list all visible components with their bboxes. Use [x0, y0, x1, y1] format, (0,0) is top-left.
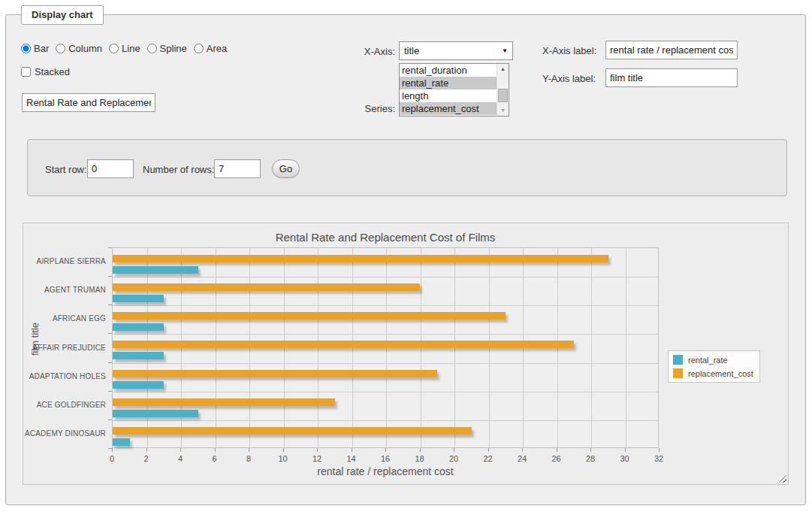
x-tick-mark [317, 448, 318, 452]
x-tick-label: 12 [302, 454, 332, 463]
chart-title: Rental Rate and Replacement Cost of Film… [112, 231, 659, 244]
category-label: ADAPTATION HOLES [23, 372, 106, 380]
scroll-down-icon[interactable]: ▼ [497, 105, 509, 116]
bar-replacement_cost [113, 341, 574, 348]
category-label: AIRPLANE SIERRA [23, 257, 106, 265]
chart-type-radio-spline[interactable]: Spline [147, 43, 187, 54]
x-tick-label: 24 [507, 454, 537, 463]
series-listbox-scrollbar[interactable]: ▲ ▼ [497, 64, 509, 116]
radio-label: Column [68, 43, 102, 54]
chart-legend: rental_ratereplacement_cost [668, 350, 760, 383]
bar-replacement_cost [113, 398, 335, 406]
x-axis-label-caption: X-Axis label: [542, 45, 596, 56]
x-tick-label: 22 [473, 454, 503, 463]
series-option-rental_duration[interactable]: rental_duration [400, 64, 497, 77]
scroll-up-icon[interactable]: ▲ [497, 64, 509, 74]
bar-replacement_cost [113, 283, 420, 291]
stacked-label: Stacked [35, 66, 70, 77]
gridline-vertical [591, 248, 592, 447]
x-tick-mark [454, 448, 454, 452]
go-button[interactable]: Go [272, 159, 300, 178]
chart-type-radio-group: BarColumnLineSplineArea [21, 43, 227, 54]
bar-rental_rate [113, 438, 130, 446]
x-axis-select[interactable]: title ▼ [399, 41, 513, 60]
gridline-horizontal [113, 305, 658, 306]
y-tick-mark [108, 391, 112, 392]
radio-label: Bar [34, 43, 49, 54]
y-tick-mark [108, 362, 112, 363]
series-option-length[interactable]: length [400, 89, 497, 102]
radio-bar[interactable] [21, 44, 31, 53]
row-controls-panel [27, 139, 787, 196]
x-tick-label: 14 [337, 454, 367, 463]
chart-type-radio-line[interactable]: Line [109, 43, 140, 54]
bar-rental_rate [113, 266, 198, 274]
radio-line[interactable] [109, 44, 119, 53]
category-label: AFRICAN EGG [23, 314, 106, 323]
radio-label: Spline [160, 43, 187, 54]
x-tick-mark [180, 448, 181, 452]
num-rows-label: Number of rows: [143, 164, 214, 175]
category-label: AGENT TRUMAN [23, 286, 106, 294]
y-tick-mark [108, 448, 112, 449]
series-option-replacement_cost[interactable]: replacement_cost [400, 102, 497, 115]
x-tick-mark [352, 448, 352, 452]
x-tick-mark [590, 448, 591, 452]
chart-type-radio-column[interactable]: Column [56, 43, 102, 54]
chart-plot-area [112, 247, 659, 448]
legend-label: rental_rate [688, 356, 728, 365]
x-axis-selected-value: title [404, 45, 419, 56]
x-tick-mark [488, 448, 489, 452]
stacked-checkbox-row[interactable]: Stacked [21, 66, 70, 77]
bar-rental_rate [113, 295, 164, 302]
y-tick-mark [108, 276, 112, 277]
radio-column[interactable] [56, 44, 65, 53]
bar-rental_rate [113, 352, 164, 359]
category-label: AFFAIR PREJUDICE [23, 344, 106, 352]
series-select-label: Series: [349, 103, 395, 114]
stacked-checkbox[interactable] [21, 67, 31, 77]
x-axis-label-input[interactable] [605, 41, 738, 59]
x-tick-mark [522, 448, 523, 452]
gridline-horizontal [113, 392, 658, 392]
dropdown-arrow-icon: ▼ [502, 47, 508, 54]
chart-title-input[interactable] [22, 93, 155, 112]
x-axis-title: rental rate / replacement cost [112, 465, 659, 477]
x-tick-mark [625, 448, 626, 452]
x-tick-mark [283, 448, 284, 452]
gridline-vertical [626, 248, 626, 447]
category-label: ACE GOLDFINGER [23, 401, 106, 409]
y-axis-label-caption: Y-Axis label: [542, 73, 596, 84]
x-tick-mark [146, 448, 147, 452]
chart-type-radio-bar[interactable]: Bar [21, 43, 49, 54]
legend-entry-replacement_cost: replacement_cost [673, 368, 753, 378]
bar-rental_rate [113, 323, 164, 331]
y-tick-mark [108, 247, 112, 248]
start-row-label: Start row: [45, 164, 87, 175]
y-axis-label-input[interactable] [605, 68, 738, 87]
series-option-rental_rate[interactable]: rental_rate [400, 77, 497, 89]
gridline-horizontal [113, 277, 658, 277]
series-listbox[interactable]: rental_durationrental_ratelengthreplacem… [399, 63, 509, 117]
y-tick-mark [108, 420, 112, 420]
x-tick-label: 8 [234, 454, 264, 463]
x-tick-label: 30 [610, 454, 640, 463]
y-tick-mark [108, 333, 112, 334]
x-tick-mark [557, 448, 557, 452]
start-row-input[interactable] [87, 159, 134, 178]
bar-replacement_cost [113, 312, 506, 320]
chart-container: Rental Rate and Replacement Cost of Film… [23, 223, 789, 485]
series-listbox-items: rental_durationrental_ratelengthreplacem… [400, 64, 497, 116]
y-tick-mark [108, 304, 112, 305]
bar-replacement_cost [113, 427, 472, 435]
scrollbar-thumb[interactable] [498, 89, 508, 102]
x-tick-mark [112, 448, 113, 452]
num-rows-input[interactable] [214, 159, 261, 178]
radio-area[interactable] [194, 44, 204, 53]
legend-swatch-icon [673, 355, 683, 365]
x-tick-mark [420, 448, 421, 452]
x-tick-label: 26 [542, 454, 572, 463]
chart-type-radio-area[interactable]: Area [194, 43, 227, 54]
radio-spline[interactable] [147, 44, 157, 53]
chart-resize-handle[interactable] [778, 474, 786, 483]
